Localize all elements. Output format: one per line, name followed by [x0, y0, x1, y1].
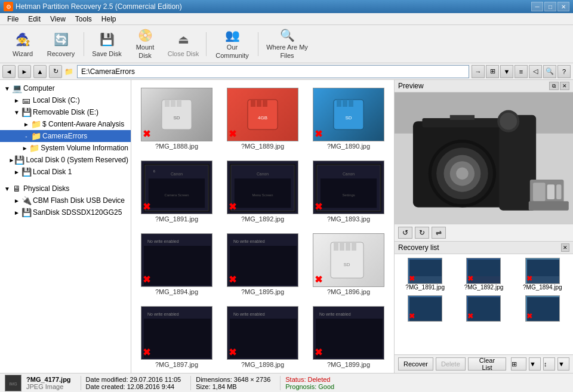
file-item-1894[interactable]: No write enabled ✖ ?MG_1894.jpg — [136, 230, 217, 298]
svg-rect-38 — [334, 242, 338, 251]
file-item-1888[interactable]: SD ✖ ?MG_1888.jpg — [136, 85, 217, 153]
menu-tools[interactable]: Tools — [70, 14, 97, 24]
save-disk-label: Save Disk — [92, 50, 122, 58]
file-item-1892[interactable]: Canon Menu Screen ✖ ?MG_1892.jpg — [222, 158, 303, 226]
help-button[interactable]: ? — [557, 65, 571, 78]
tree-item-local-disk-0[interactable]: ► 💾 Local Disk 0 (System Reserved) — [0, 154, 131, 166]
svg-rect-39 — [340, 242, 344, 251]
svg-rect-68 — [547, 184, 554, 199]
filter-button[interactable]: ▼ — [500, 65, 513, 78]
prev-next-button[interactable]: ◁ — [529, 65, 542, 78]
deleted-mark-1892: ✖ — [229, 201, 236, 212]
tree-item-local-c[interactable]: ► 🖴 Local Disk (C:) — [0, 94, 131, 106]
file-item-1898[interactable]: No write enabled ✖ ?MG_1898.jpg — [222, 303, 303, 371]
preview-next-button[interactable]: ↻ — [415, 227, 429, 239]
up-button[interactable]: ▲ — [33, 65, 47, 78]
expand-camera-errors[interactable]: - — [21, 133, 31, 140]
tree-item-content-aware[interactable]: ► 📁 $ Content-Aware Analysis — [0, 118, 131, 130]
menu-help[interactable]: Help — [97, 14, 121, 24]
recovery-item-1894[interactable]: ✖ ?MG_1894.jpg — [515, 257, 571, 292]
sort-list-button[interactable]: ▼ — [529, 357, 541, 371]
expand-computer[interactable]: ▼ — [2, 85, 12, 92]
recovery-list-close-button[interactable]: ✕ — [561, 243, 569, 252]
preview-close-button[interactable]: ✕ — [560, 82, 569, 90]
recovery-item-r5[interactable]: ✖ — [455, 294, 512, 323]
window-title: Hetman Partition Recovery 2.5 (Commercia… — [16, 2, 182, 11]
close-button[interactable]: ✕ — [557, 2, 569, 11]
file-item-1889[interactable]: 4GB ✖ ?MG_1889.jpg — [222, 85, 303, 153]
recovery-button[interactable]: 🔄 Recovery — [43, 27, 79, 61]
where-files-button[interactable]: 🔍 Where Are My Files — [263, 27, 311, 61]
expand-removable-e[interactable]: ▼ — [12, 109, 21, 116]
expand-system-volume[interactable]: ► — [20, 145, 29, 152]
sort-button[interactable]: ≡ — [515, 65, 528, 78]
preview-restore-button[interactable]: ⧉ — [549, 82, 559, 90]
forward-button[interactable]: ► — [18, 65, 31, 78]
expand-local-1[interactable]: ► — [12, 169, 21, 175]
save-disk-icon: 💾 — [97, 30, 116, 49]
recovery-list-panel: Recovery list ✕ ✖ ?MG_1891.jpg — [395, 242, 573, 373]
tree-item-physical-disks[interactable]: ▼ 🖥 Physical Disks — [0, 183, 131, 195]
menu-file[interactable]: File — [2, 14, 23, 24]
close-disk-button[interactable]: ⏏ Close Disk — [165, 27, 201, 61]
window-controls[interactable]: ─ □ ✕ — [531, 2, 569, 11]
svg-point-65 — [500, 113, 517, 130]
expand-physical[interactable]: ▼ — [2, 186, 12, 192]
address-input[interactable] — [77, 65, 469, 78]
preview-flip-button[interactable]: ⇌ — [432, 227, 446, 239]
view-toggle-button[interactable]: ⊞ — [486, 65, 499, 78]
file-panel: SD ✖ ?MG_1888.jpg 4GB ✖ — [131, 80, 394, 373]
recovery-grid: ✖ ?MG_1891.jpg ✖ ?MG_1892.jpg — [397, 257, 571, 323]
community-button[interactable]: 👥 Our Community — [211, 27, 253, 61]
menu-view[interactable]: View — [45, 14, 70, 24]
tree-item-cbm-flash[interactable]: ► 🔌 CBM Flash Disk USB Device — [0, 195, 131, 206]
app-icon: ⚙ — [4, 2, 13, 11]
list-options-button[interactable]: ↕ — [543, 357, 555, 371]
recover-button[interactable]: Recover — [398, 357, 433, 371]
expand-sandisk[interactable]: ► — [12, 209, 21, 216]
tree-item-camera-errors[interactable]: - 📁 CameraErrors — [0, 130, 131, 142]
tree-item-system-volume[interactable]: ► 📁 System Volume Information — [0, 142, 131, 154]
svg-rect-48 — [230, 319, 297, 358]
save-disk-button[interactable]: 💾 Save Disk — [89, 27, 125, 61]
folder-icon-content: 📁 — [31, 119, 41, 129]
tree-item-local-disk-1[interactable]: ► 💾 Local Disk 1 — [0, 166, 131, 178]
delete-button[interactable]: Delete — [436, 357, 466, 371]
wizard-button[interactable]: 🧙 Wizard — [5, 27, 41, 61]
menu-edit[interactable]: Edit — [23, 14, 45, 24]
recovery-item-r6[interactable]: ✖ — [515, 294, 571, 323]
file-item-1893[interactable]: Canon Settings ✖ ?MG_1893.jpg — [308, 158, 389, 226]
expand-local-0[interactable]: ► — [8, 157, 14, 163]
svg-rect-7 — [257, 100, 261, 107]
clear-list-button[interactable]: Clear List — [468, 357, 506, 371]
tree-item-sandisk[interactable]: ► 💾 SanDisk SDSSDX120GG25 — [0, 206, 131, 218]
list-more-button[interactable]: ▼ — [557, 357, 569, 371]
maximize-button[interactable]: □ — [544, 2, 556, 11]
recovery-item-r4[interactable]: ✖ — [397, 294, 453, 323]
expand-content-aware[interactable]: ► — [21, 121, 31, 128]
minimize-button[interactable]: ─ — [531, 2, 543, 11]
tree-item-removable-e[interactable]: ▼ 💾 Removable Disk (E:) — [0, 106, 131, 118]
file-item-1891[interactable]: Canon Camera Screen 6 ✖ ?MG_1891.jpg — [136, 158, 217, 226]
file-item-1895[interactable]: No write enabled ✖ ?MG_1895.jpg — [222, 230, 303, 298]
file-item-1896[interactable]: SD ✖ ?MG_1896.jpg — [308, 230, 389, 298]
refresh-button[interactable]: ↻ — [49, 65, 62, 78]
hdd-icon-1: 💾 — [21, 167, 31, 177]
file-name-1898: ?MG_1898.jpg — [241, 361, 284, 368]
search-button[interactable]: 🔍 — [543, 65, 556, 78]
preview-prev-button[interactable]: ↺ — [398, 227, 412, 239]
expand-cbm[interactable]: ► — [12, 197, 21, 204]
back-button[interactable]: ◄ — [2, 65, 16, 78]
address-go-button[interactable]: → — [472, 65, 485, 78]
deleted-mark-1893: ✖ — [315, 201, 322, 212]
expand-local-c[interactable]: ► — [12, 97, 21, 104]
recovery-item-1891[interactable]: ✖ ?MG_1891.jpg — [397, 257, 453, 292]
save-list-button[interactable]: ⊞ — [511, 357, 526, 371]
tree-item-computer[interactable]: ▼ 💻 Computer — [0, 82, 131, 94]
recovery-item-1892[interactable]: ✖ ?MG_1892.jpg — [455, 257, 512, 292]
file-item-1897[interactable]: No write enabled ✖ ?MG_1897.jpg — [136, 303, 217, 371]
file-item-1899[interactable]: No write enabled ✖ ?MG_1899.jpg — [308, 303, 389, 371]
mount-disk-button[interactable]: 📀 Mount Disk — [127, 27, 163, 61]
file-name-1896: ?MG_1896.jpg — [327, 288, 370, 295]
file-item-1890[interactable]: SD ✖ ?MG_1890.jpg — [308, 85, 389, 153]
